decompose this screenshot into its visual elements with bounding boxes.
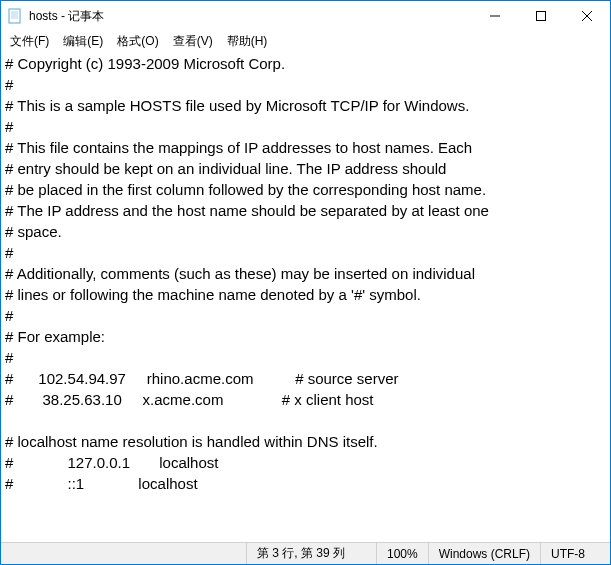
svg-rect-6 (537, 12, 546, 21)
status-cursor-position: 第 3 行, 第 39 列 (246, 543, 376, 564)
status-line-ending: Windows (CRLF) (428, 543, 540, 564)
notepad-icon (7, 8, 23, 24)
statusbar: 第 3 行, 第 39 列 100% Windows (CRLF) UTF-8 (1, 542, 610, 564)
maximize-button[interactable] (518, 1, 564, 31)
window-controls (472, 1, 610, 31)
status-encoding: UTF-8 (540, 543, 610, 564)
status-zoom: 100% (376, 543, 428, 564)
window-title: hosts - 记事本 (29, 8, 104, 25)
menu-help[interactable]: 帮助(H) (220, 32, 275, 51)
titlebar: hosts - 记事本 (1, 1, 610, 31)
minimize-button[interactable] (472, 1, 518, 31)
menu-edit[interactable]: 编辑(E) (56, 32, 110, 51)
text-editor[interactable]: # Copyright (c) 1993-2009 Microsoft Corp… (1, 51, 610, 542)
menu-format[interactable]: 格式(O) (110, 32, 165, 51)
menubar: 文件(F) 编辑(E) 格式(O) 查看(V) 帮助(H) (1, 31, 610, 51)
menu-file[interactable]: 文件(F) (3, 32, 56, 51)
menu-view[interactable]: 查看(V) (166, 32, 220, 51)
close-button[interactable] (564, 1, 610, 31)
